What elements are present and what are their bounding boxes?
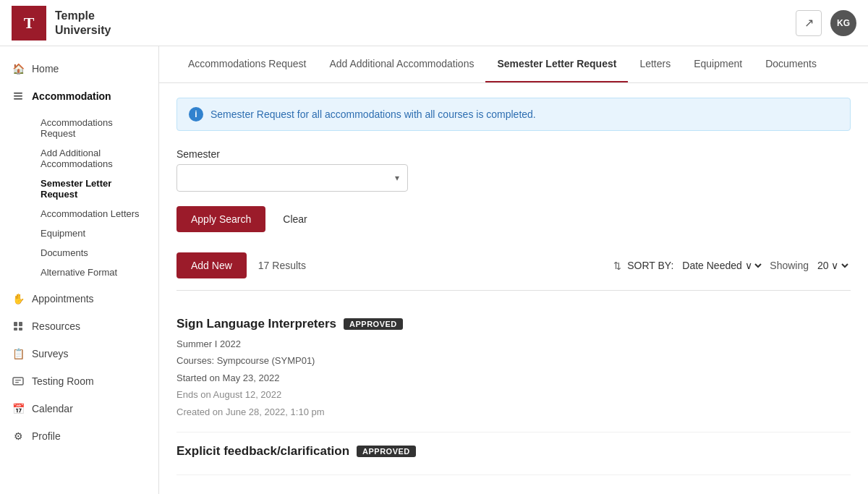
result-ends-sign-language: Ends on August 12, 2022: [176, 386, 851, 403]
sidebar-label-calendar: Calendar: [32, 403, 73, 414]
sidebar-item-appointments[interactable]: ✋ Appointments: [0, 285, 158, 312]
logo-letter: T: [24, 14, 35, 33]
sort-area: ⇅ SORT BY: Date Needed ∨ Showing 20 ∨: [613, 259, 851, 272]
tab-accommodations-request[interactable]: Accommodations Request: [176, 46, 318, 82]
sidebar-label-home: Home: [32, 63, 59, 74]
showing-select[interactable]: 20 ∨: [814, 259, 851, 272]
svg-rect-1: [14, 95, 22, 97]
header: T Temple University ↗ KG: [0, 0, 868, 46]
page-content: i Semester Request for all accommodation…: [159, 83, 868, 494]
sidebar-item-add-additional-accommodations[interactable]: Add Additional Accommodations: [32, 143, 158, 174]
result-created-sign-language: Created on June 28, 2022, 1:10 pm: [176, 404, 851, 420]
appointments-icon: ✋: [12, 292, 25, 305]
tab-add-additional-accommodations[interactable]: Add Additional Accommodations: [318, 46, 485, 82]
svg-rect-7: [13, 378, 23, 385]
result-courses-sign-language: Courses: Sympcourse (SYMP01): [176, 352, 851, 369]
sort-select[interactable]: Date Needed ∨: [679, 259, 764, 272]
main-content: Accommodations Request Add Additional Ac…: [159, 46, 868, 494]
resources-icon: [12, 320, 25, 333]
surveys-icon: 📋: [12, 347, 25, 360]
alert-banner: i Semester Request for all accommodation…: [176, 98, 851, 131]
sidebar: 🏠 Home Accommodation Accommodations Requ…: [0, 46, 159, 494]
alert-icon: i: [189, 107, 203, 122]
showing-label: Showing: [770, 260, 809, 271]
tab-semester-letter-request[interactable]: Semester Letter Request: [485, 46, 628, 82]
result-semester-sign-language: Summer I 2022: [176, 336, 851, 352]
testing-room-icon: [12, 375, 25, 388]
result-name-sign-language: Sign Language Interpreters: [176, 317, 336, 331]
sidebar-item-accommodations-request[interactable]: Accommodations Request: [32, 113, 158, 143]
svg-rect-6: [19, 328, 22, 331]
external-link-icon: ↗: [804, 16, 814, 30]
sidebar-label-resources: Resources: [32, 320, 80, 332]
avatar-button[interactable]: KG: [830, 10, 856, 36]
temple-logo: T: [12, 6, 46, 41]
sidebar-label-surveys: Surveys: [32, 348, 69, 359]
alert-message: Semester Request for all accommodations …: [210, 108, 536, 120]
sidebar-item-equipment[interactable]: Equipment: [32, 223, 158, 243]
results-count: 17 Results: [258, 260, 306, 271]
results-bar: Add New 17 Results ⇅ SORT BY: Date Neede…: [176, 252, 851, 291]
sidebar-item-accommodation[interactable]: Accommodation: [0, 82, 158, 110]
tab-documents[interactable]: Documents: [754, 46, 828, 82]
logo-area: T Temple University: [12, 6, 111, 41]
sidebar-label-profile: Profile: [32, 430, 61, 442]
sidebar-item-alternative-format[interactable]: Alternative Format: [32, 263, 158, 282]
sidebar-item-home[interactable]: 🏠 Home: [0, 55, 158, 82]
result-started-sign-language: Started on May 23, 2022: [176, 370, 851, 386]
tab-equipment[interactable]: Equipment: [682, 46, 754, 82]
sidebar-sub-accommodation: Accommodations Request Add Additional Ac…: [0, 110, 158, 285]
sort-by-label: SORT BY:: [627, 260, 673, 271]
svg-rect-8: [15, 380, 21, 380]
svg-rect-0: [14, 93, 22, 94]
sidebar-item-testing-room[interactable]: Testing Room: [0, 367, 158, 395]
result-title-explicit-feedback: Explicit feedback/clarification APPROVED: [176, 444, 851, 459]
sidebar-item-profile[interactable]: ⚙ Profile: [0, 422, 158, 450]
sidebar-item-surveys[interactable]: 📋 Surveys: [0, 340, 158, 367]
badge-approved-sign-language: APPROVED: [344, 318, 403, 330]
accommodation-icon: [12, 90, 25, 103]
university-name: Temple University: [55, 9, 111, 36]
calendar-icon: 📅: [12, 402, 25, 415]
tab-bar: Accommodations Request Add Additional Ac…: [159, 46, 868, 83]
svg-rect-2: [14, 98, 22, 100]
semester-label: Semester: [176, 148, 851, 160]
sort-icon: ⇅: [613, 260, 621, 271]
clear-button[interactable]: Clear: [271, 206, 318, 232]
form-actions: Apply Search Clear: [176, 206, 851, 232]
layout: 🏠 Home Accommodation Accommodations Requ…: [0, 46, 868, 494]
svg-rect-5: [14, 328, 17, 331]
result-item-sign-language: Sign Language Interpreters APPROVED Summ…: [176, 305, 851, 433]
home-icon: 🏠: [12, 62, 25, 75]
sidebar-item-documents[interactable]: Documents: [32, 243, 158, 263]
badge-approved-explicit-feedback: APPROVED: [357, 446, 416, 457]
sidebar-label-appointments: Appointments: [32, 293, 94, 305]
add-new-button[interactable]: Add New: [176, 252, 247, 278]
sidebar-item-calendar[interactable]: 📅 Calendar: [0, 395, 158, 422]
external-link-button[interactable]: ↗: [796, 10, 822, 36]
header-right: ↗ KG: [796, 10, 856, 36]
apply-search-button[interactable]: Apply Search: [176, 206, 265, 232]
result-name-explicit-feedback: Explicit feedback/clarification: [176, 444, 349, 459]
sidebar-item-accommodation-letters[interactable]: Accommodation Letters: [32, 204, 158, 223]
result-meta-sign-language: Summer I 2022 Courses: Sympcourse (SYMP0…: [176, 336, 851, 420]
avatar-label: KG: [837, 18, 850, 28]
svg-rect-4: [19, 322, 22, 326]
result-item-explicit-feedback: Explicit feedback/clarification APPROVED: [176, 433, 851, 475]
tab-letters[interactable]: Letters: [628, 46, 682, 82]
profile-icon: ⚙: [12, 430, 25, 443]
semester-select[interactable]: [176, 164, 408, 192]
sidebar-item-semester-letter-request[interactable]: Semester Letter Request: [32, 174, 158, 204]
svg-rect-3: [14, 322, 17, 326]
sidebar-label-accommodation: Accommodation: [32, 90, 111, 102]
sidebar-label-testing-room: Testing Room: [32, 375, 94, 387]
semester-select-wrapper: ▾: [176, 164, 408, 192]
sidebar-item-resources[interactable]: Resources: [0, 312, 158, 340]
result-title-sign-language: Sign Language Interpreters APPROVED: [176, 317, 851, 331]
svg-rect-9: [15, 382, 19, 383]
